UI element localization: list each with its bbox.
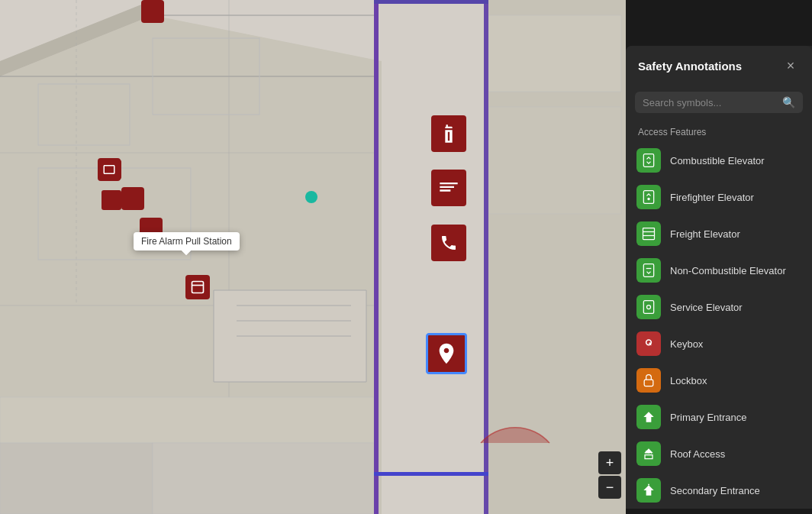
map-icon-box[interactable] (185, 275, 210, 299)
label-service-elevator: Service Elevator (670, 302, 743, 313)
svg-rect-26 (643, 228, 655, 240)
map-line-top (374, 0, 488, 4)
list-item-combustible-elevator[interactable]: Combustible Elevator (626, 142, 812, 179)
icon-combustible-elevator (636, 148, 661, 173)
panel-close-button[interactable]: × (781, 57, 800, 75)
map-icon-main-left[interactable] (98, 158, 121, 181)
icon-firefighter-elevator (636, 185, 661, 209)
map-icon-phone-left[interactable] (140, 218, 163, 241)
list-item-secondary-entrance[interactable]: Secondary Entrance (626, 472, 812, 509)
label-primary-entrance: Primary Entrance (670, 412, 746, 423)
label-lockbox: Lockbox (670, 375, 707, 386)
zoom-out-button[interactable]: − (598, 476, 621, 499)
map-icon-left-3[interactable] (141, 0, 164, 23)
svg-rect-15 (0, 397, 374, 443)
map-icon-left-2[interactable] (121, 187, 144, 210)
label-non-combustible-elevator: Non-Combustible Elevator (670, 265, 786, 276)
map-line-bottom (374, 472, 488, 476)
svg-rect-19 (488, 15, 621, 92)
svg-rect-31 (643, 301, 653, 314)
svg-point-25 (647, 198, 649, 200)
items-list: Combustible Elevator Firefighter Elevato… (626, 142, 812, 509)
panel-title: Safety Annotations (638, 60, 742, 73)
map-icon-selected[interactable] (426, 333, 467, 374)
svg-rect-20 (488, 107, 621, 214)
map-line-left (374, 0, 379, 514)
icon-service-elevator (636, 295, 661, 319)
label-keybox: Keybox (670, 338, 703, 350)
svg-rect-21 (192, 282, 204, 293)
zoom-controls: + − (598, 451, 621, 499)
svg-rect-33 (644, 380, 653, 386)
search-input[interactable] (643, 97, 782, 108)
zoom-in-button[interactable]: + (598, 451, 621, 474)
list-item-primary-entrance[interactable]: Primary Entrance (626, 399, 812, 435)
icon-non-combustible-elevator (636, 258, 661, 283)
map-icon-fire-hose[interactable] (431, 170, 466, 206)
search-wrap: 🔍 (635, 92, 803, 113)
list-item-non-combustible-elevator[interactable]: Non-Combustible Elevator (626, 252, 812, 289)
map-marker-teal (305, 191, 317, 203)
svg-rect-17 (153, 443, 374, 514)
safety-annotations-panel: Safety Annotations × 🔍 Access Features C… (626, 46, 812, 509)
icon-primary-entrance (636, 405, 661, 429)
panel-header: Safety Annotations × (626, 46, 812, 86)
icon-lockbox (636, 368, 661, 393)
label-firefighter-elevator: Firefighter Elevator (670, 192, 754, 203)
search-icon: 🔍 (782, 96, 795, 108)
map-arc (466, 367, 565, 466)
search-container: 🔍 (626, 86, 812, 119)
svg-rect-24 (643, 191, 653, 204)
svg-rect-34 (645, 455, 652, 459)
list-item-firefighter-elevator[interactable]: Firefighter Elevator (626, 179, 812, 215)
map-area[interactable]: Fire Alarm Pull Station (0, 0, 626, 514)
icon-keybox (636, 331, 661, 356)
list-item-keybox[interactable]: Keybox (626, 325, 812, 362)
list-item-freight-elevator[interactable]: Freight Elevator (626, 215, 812, 252)
map-icon-phone[interactable] (431, 225, 466, 261)
svg-rect-29 (643, 264, 653, 277)
label-combustible-elevator: Combustible Elevator (670, 155, 765, 166)
map-icon-fire-ext[interactable] (431, 115, 466, 152)
list-item-service-elevator[interactable]: Service Elevator (626, 289, 812, 325)
icon-freight-elevator (636, 221, 661, 246)
label-secondary-entrance: Secondary Entrance (670, 485, 760, 496)
icon-secondary-entrance (636, 478, 661, 503)
section-label: Access Features (626, 119, 812, 142)
icon-roof-access: RA (636, 441, 661, 466)
svg-point-32 (647, 305, 651, 309)
label-freight-elevator: Freight Elevator (670, 228, 740, 240)
list-item-roof-access[interactable]: RA Roof Access (626, 435, 812, 472)
map-icon-small-2[interactable] (102, 190, 121, 210)
list-item-lockbox[interactable]: Lockbox (626, 362, 812, 399)
label-roof-access: Roof Access (670, 448, 725, 460)
svg-rect-16 (0, 443, 153, 514)
svg-rect-23 (643, 154, 653, 167)
